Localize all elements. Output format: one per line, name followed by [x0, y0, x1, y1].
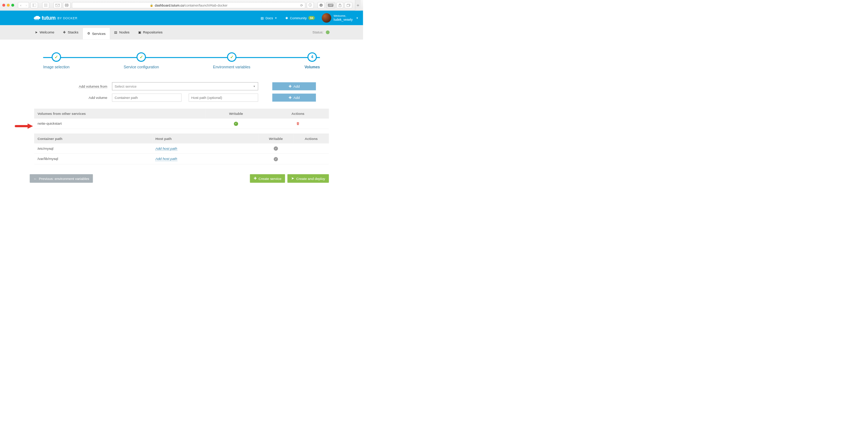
caret-down-icon: ▼	[275, 17, 277, 19]
column-header-actions: Actions	[294, 134, 329, 143]
container-paths-table: Container path Host path Writable Action…	[34, 133, 329, 164]
actions-cell	[294, 143, 329, 154]
plus-icon: ✚	[289, 96, 292, 100]
svg-point-5	[44, 5, 45, 5]
volume-label: Add volume	[89, 96, 107, 100]
actions-cell	[294, 154, 329, 164]
nav-buttons: ‹›	[18, 2, 29, 8]
welcome-text: Welcome,	[334, 14, 353, 17]
nav-stacks[interactable]: ❖Stacks	[59, 26, 83, 38]
community-label: Community	[290, 16, 307, 20]
wizard-progress-line	[43, 57, 320, 58]
url-bar[interactable]: 🔒 dashboard.tutum.co/container/launch/#t…	[72, 2, 305, 8]
caret-down-icon: ▼	[253, 85, 256, 88]
print-button[interactable]	[63, 2, 71, 8]
add-volume-button[interactable]: ✚Add	[272, 93, 316, 101]
user-menu[interactable]: Welcome, ludek_vesely	[334, 14, 353, 21]
volumes-from-services-table: Volumes from other services Writable Act…	[34, 109, 329, 129]
nav-welcome[interactable]: ➤Welcome	[31, 26, 59, 38]
add-label: Add	[293, 96, 300, 100]
lock-icon: 🔒	[150, 4, 153, 7]
wizard-step-image-selection[interactable]: ✓ Image selection	[43, 52, 70, 69]
app-header: tutum BY DOCKER ▤ Docs ▼ ✱ Community 34 …	[0, 11, 363, 25]
adblock-button[interactable]: ABP	[326, 2, 335, 8]
browser-chrome: ‹› 🔒 dashboard.tutum.co/container/launch…	[0, 0, 363, 11]
wizard-step-env-vars[interactable]: ✓ Environment variables	[213, 52, 250, 69]
wizard-step-service-config[interactable]: ✓ Service configuration	[124, 52, 159, 69]
svg-point-8	[44, 6, 45, 7]
brand[interactable]: tutum BY DOCKER	[33, 15, 77, 21]
abp-icon: ABP	[328, 4, 333, 7]
nav-repositories[interactable]: ▣Repositories	[134, 26, 167, 38]
back-button[interactable]: ‹	[18, 3, 24, 7]
share-button[interactable]	[337, 2, 343, 8]
previous-button[interactable]: ←Previous: environment variables	[30, 174, 93, 182]
actions-cell: 🗑	[267, 118, 329, 129]
column-header-writable: Writable	[205, 109, 267, 118]
add-volumes-from-button[interactable]: ✚Add	[272, 82, 316, 90]
volumes-form: Add volumes from Select service ▼ ✚Add A…	[72, 82, 329, 101]
create-deploy-label: Create and deploy	[296, 176, 325, 180]
wizard-step-volumes[interactable]: 4 Volumes	[305, 52, 320, 69]
check-circle-icon[interactable]: ✓	[274, 146, 278, 151]
host-path-input[interactable]	[189, 93, 258, 101]
panel-icon	[32, 4, 36, 7]
reload-button[interactable]: ⟳	[300, 3, 303, 7]
check-circle-icon[interactable]: ✓	[274, 157, 278, 161]
location-arrow-icon: ➤	[291, 176, 294, 181]
check-icon: ✓	[52, 52, 61, 62]
docs-link[interactable]: ▤ Docs ▼	[257, 16, 281, 20]
check-icon: ✓	[227, 52, 236, 62]
add-host-path-link[interactable]: Add host path	[155, 146, 177, 151]
close-window-icon[interactable]	[2, 4, 5, 7]
annotation-arrow-icon	[15, 122, 33, 129]
minimize-window-icon[interactable]	[7, 4, 10, 7]
window-controls	[2, 4, 14, 7]
content-area: ✓ Image selection ✓ Service configuratio…	[0, 39, 363, 164]
volumes-from-row: Add volumes from Select service ▼ ✚Add	[72, 82, 329, 90]
trash-icon[interactable]: 🗑	[296, 121, 300, 125]
svg-point-7	[47, 5, 47, 5]
plus-icon: ✚	[289, 84, 292, 89]
community-link[interactable]: ✱ Community 34	[281, 16, 319, 20]
table-row: /var/lib/mysql Add host path ✓	[34, 154, 329, 164]
docs-label: Docs	[265, 16, 273, 20]
create-service-label: Create service	[258, 176, 281, 180]
container-path-input[interactable]	[112, 93, 181, 101]
create-service-button[interactable]: ✚Create service	[250, 174, 285, 182]
select-placeholder: Select service	[114, 84, 137, 88]
table-row: nette-quickstart ✓ 🗑	[34, 118, 329, 129]
apps-button[interactable]	[42, 2, 49, 8]
username: ludek_vesely	[334, 18, 353, 22]
wizard-step-label: Service configuration	[124, 65, 159, 69]
maximize-window-icon[interactable]	[11, 4, 14, 7]
add-label: Add	[293, 84, 300, 88]
volumes-from-label: Add volumes from	[79, 84, 107, 89]
column-header-actions: Actions	[267, 109, 329, 118]
svg-point-6	[45, 5, 46, 5]
volumes-from-select[interactable]: Select service ▼	[112, 82, 258, 90]
avatar[interactable]	[322, 13, 331, 23]
forward-button[interactable]: ›	[24, 3, 29, 7]
mail-button[interactable]	[53, 2, 61, 8]
create-and-deploy-button[interactable]: ➤Create and deploy	[288, 174, 329, 182]
tutum-logo-icon	[33, 16, 40, 20]
writable-cell: ✓	[258, 154, 293, 164]
tabs-button[interactable]	[345, 2, 352, 8]
nav-nodes[interactable]: ▤Nodes	[110, 26, 134, 38]
wizard-step-label: Volumes	[305, 65, 320, 69]
reader-button[interactable]: ⓘ	[307, 2, 314, 8]
nav-repositories-label: Repositories	[143, 30, 162, 34]
downloads-button[interactable]	[318, 2, 325, 8]
add-host-path-link[interactable]: Add host path	[155, 157, 177, 161]
server-icon: ▤	[114, 30, 117, 34]
main-nav: ➤Welcome ❖Stacks ⚙Services ▤Nodes ▣Repos…	[0, 25, 363, 39]
url-path: /container/launch/#tab-docker	[184, 3, 228, 7]
arrow-left-icon: ←	[33, 176, 37, 180]
wizard-footer: ←Previous: environment variables ✚Create…	[0, 172, 363, 185]
column-header-writable: Writable	[258, 134, 293, 143]
nav-services[interactable]: ⚙Services	[83, 28, 110, 39]
new-tab-button[interactable]: +	[355, 0, 361, 11]
share-icon	[338, 3, 341, 7]
sidebar-toggle-button[interactable]	[31, 2, 38, 8]
